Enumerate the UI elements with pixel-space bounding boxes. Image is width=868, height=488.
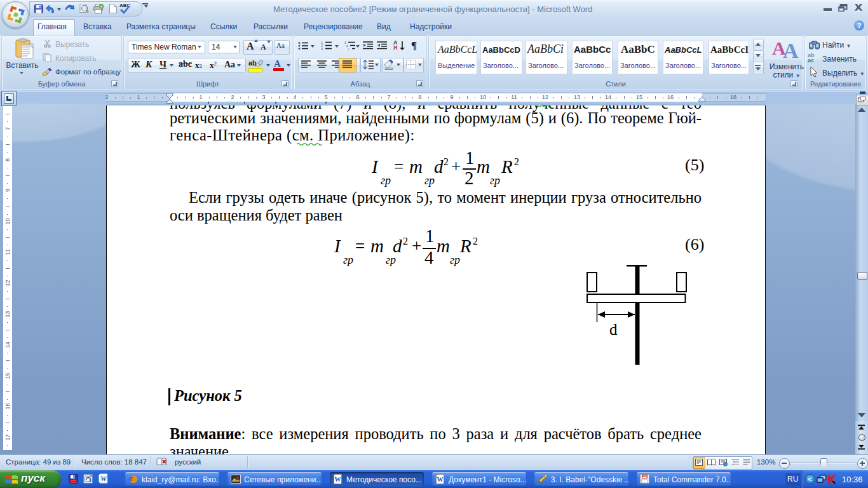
svg-text:3: 3 <box>321 47 323 50</box>
svg-text:W: W <box>335 476 341 483</box>
svg-text:i: i <box>348 47 349 50</box>
svg-text:W: W <box>100 475 107 482</box>
svg-text:d: d <box>609 321 618 338</box>
svg-text:W: W <box>437 476 444 483</box>
